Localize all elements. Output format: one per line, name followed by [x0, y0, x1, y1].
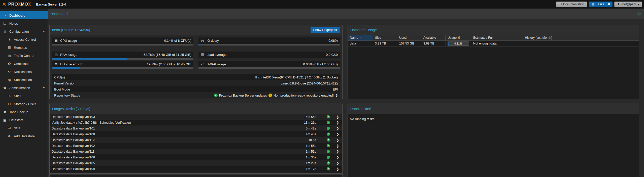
ram-usage-value: 52.76% (16.48 GiB of 31.25 GiB) [144, 53, 191, 57]
datastore-table-header: Name ↑ Size Used Available Usage % Estim… [348, 35, 639, 41]
check-circle-icon: ✓ [327, 156, 330, 159]
sidebar-item-access-control[interactable]: ⚷ Access Control [0, 35, 48, 43]
datastore-size-cell: 3.83 TB [373, 41, 397, 46]
task-row[interactable]: Datastore data Backup vm/105 1m 29s ✓ ❯ [50, 160, 342, 166]
book-icon: ❒ [559, 3, 562, 6]
sidebar-item-storage-disks[interactable]: ⊟ Storage / Disks [0, 100, 48, 108]
chevron-right-icon[interactable]: ❯ [336, 127, 339, 130]
boot-mode-value: EFI [333, 87, 338, 91]
caret-down-icon[interactable]: ▾ [43, 86, 45, 90]
task-row[interactable]: Datastore data Backup vm/102 1m 55s ✓ ❯ [50, 143, 342, 149]
archive-icon: ▣ [3, 118, 7, 122]
task-row[interactable]: Datastore data Backup vm/101 5m 42s ✓ ❯ [50, 125, 342, 131]
column-header-size[interactable]: Size [373, 35, 397, 40]
column-header-usage[interactable]: Usage % [446, 35, 471, 40]
top-bar: ✕ PROXMOX Backup Server 3.2-4 ❒ Document… [0, 0, 644, 9]
task-row[interactable]: Datastore data Backup vm/112 2m 6s ✓ ❯ [50, 137, 342, 143]
sidebar-item-traffic-control[interactable]: ▥ Traffic Control [0, 52, 48, 60]
check-circle-icon: ✓ [327, 150, 330, 153]
repository-ok-text: Proxmox Backup Server updates [219, 94, 267, 97]
datastore-available-cell: 3.68 TB [421, 41, 446, 46]
running-tasks-title: Running Tasks [350, 107, 374, 111]
sidebar-item-administration[interactable]: ⚒ Administration ▾ [0, 84, 48, 92]
check-circle-icon: ✓ [327, 138, 330, 142]
chevron-right-icon[interactable]: ❯ [336, 150, 339, 153]
sidebar-item-configuration[interactable]: ⚙ Configuration ▾ [0, 27, 48, 35]
user-menu-button[interactable]: ♟ root@pam ▾ [614, 2, 642, 7]
io-delay-value: 0.08% [328, 39, 338, 42]
cpu-info-value: 8 x Intel(R) Xeon(R) CPU D-1521 @ 2.40GH… [255, 75, 338, 79]
tasks-button[interactable]: ▤ Tasks 0 [589, 2, 613, 7]
sidebar-item-notes[interactable]: ❏ Notes [0, 19, 48, 27]
datastore-name-cell: data [348, 41, 373, 46]
dashboard-settings-gear-icon[interactable]: ⚙ [637, 11, 641, 17]
running-tasks-panel: Running Tasks No running tasks [348, 104, 639, 177]
hd-space-stat: ⊟ HD space(root) 19.73% (2.06 GB of 10.4… [52, 61, 193, 69]
horizontal-scrollbar[interactable] [50, 173, 342, 174]
cpu-usage-value: 0.14% of 8 CPU(s) [164, 39, 191, 42]
bar-chart-icon: ▥ [7, 54, 12, 58]
swap-usage-value: 0.00% (0 B of 2.00 GiB) [303, 62, 338, 66]
column-header-history[interactable]: History (last Month) [523, 35, 639, 40]
task-row[interactable]: Datastore data Backup vm/103 14m 54s ✓ ❯ [50, 114, 342, 120]
sidebar-item-dashboard[interactable]: ◔ Dashboard [0, 11, 48, 19]
chevron-right-icon[interactable]: ❯ [336, 115, 339, 119]
proxmox-wordmark: PROXMOX [8, 2, 31, 7]
sidebar-item-datastore-data[interactable]: ⛁ data [0, 124, 48, 132]
repository-status-row: Repository Status ✓ Proxmox Backup Serve… [52, 92, 340, 98]
task-row[interactable]: Verify Job data:v-c4c7a4b7-98f8 - Schedu… [50, 120, 342, 125]
sidebar-item-shell[interactable]: >_ Shell [0, 92, 48, 100]
sidebar-item-add-datastore[interactable]: ⊕ Add Datastore [0, 132, 48, 140]
repository-warn-text: Non production-ready repository enabled! [274, 94, 334, 97]
sidebar-nav: ◔ Dashboard ❏ Notes ⚙ Configuration ▾ ⚷ … [0, 9, 48, 177]
ram-usage-bar [52, 58, 193, 60]
column-header-used[interactable]: Used [397, 35, 421, 40]
user-icon: ♟ [617, 3, 620, 6]
hd-space-bar [52, 67, 193, 69]
breadcrumb[interactable]: Dashboard [50, 12, 68, 16]
note-icon: ❏ [3, 22, 7, 25]
chevron-right-icon[interactable]: ❯ [336, 156, 339, 159]
datastore-table-row[interactable]: data 3.83 TB 157.53 GB 3.68 TB 4.11% Not… [348, 41, 639, 47]
check-circle-icon: ✓ [327, 115, 330, 118]
task-row[interactable]: Datastore data Backup vm/111 1m 51s ✓ ❯ [50, 149, 342, 154]
chevron-right-icon[interactable]: ❯ [336, 121, 339, 124]
chevron-right-icon[interactable]: ❯ [336, 132, 339, 136]
cpu-usage-stat: ▦ CPU usage 0.14% of 8 CPU(s) [52, 37, 193, 46]
check-circle-icon: ✓ [327, 127, 330, 130]
column-header-name[interactable]: Name ↑ [348, 35, 373, 40]
longest-tasks-list: Datastore data Backup vm/103 14m 54s ✓ ❯… [50, 114, 342, 177]
chevron-right-icon[interactable]: ❯ [336, 138, 339, 142]
host-status-panel: neon (Uptime: 02:43:36) Show Fingerprint… [49, 25, 343, 99]
host-panel-title: neon (Uptime: 02:43:36) [52, 28, 90, 32]
caret-down-icon[interactable]: ▾ [43, 30, 45, 33]
task-list-icon: ▤ [592, 3, 594, 6]
chevron-right-icon[interactable]: ❯ [336, 167, 339, 171]
task-row[interactable]: Datastore data Backup vm/108 4m 40s ✓ ❯ [50, 131, 342, 137]
documentation-button[interactable]: ❒ Documentation [556, 2, 587, 7]
column-header-estimated-full[interactable]: Estimated Full [471, 35, 523, 40]
chevron-right-icon[interactable]: ❯ [335, 94, 338, 97]
breadcrumb-bar: Dashboard ⚙ [48, 9, 644, 19]
sidebar-item-remotes[interactable]: ☰ Remotes [0, 43, 48, 52]
sidebar-item-tape-backup[interactable]: ◙ Tape Backup [0, 108, 48, 116]
datastore-used-cell: 157.53 GB [397, 41, 421, 46]
sidebar-item-notifications[interactable]: Ω Notifications [0, 68, 48, 76]
sort-up-icon: ↑ [359, 36, 361, 39]
sidebar-item-datastore[interactable]: ▣ Datastore [0, 116, 48, 124]
sidebar-item-certificates[interactable]: ❂ Certificates [0, 60, 48, 68]
show-fingerprint-button[interactable]: Show Fingerprint [311, 27, 340, 33]
task-row[interactable]: Datastore data Backup vm/106 1m 36s ✓ ❯ [50, 154, 342, 160]
task-row[interactable]: Datastore data Backup vm/109 1m 17s ✓ ❯ [50, 166, 342, 172]
tape-icon: ◙ [3, 110, 7, 114]
datastore-usage-panel: Datastore Usage Name ↑ Size Used Availab… [348, 25, 639, 99]
sidebar-item-subscription[interactable]: ◎ Subscription [0, 76, 48, 84]
list-icon: ☰ [7, 46, 12, 50]
kernel-version-row: Kernel Version Linux 6.8.8-1-pve (2024-0… [52, 80, 340, 86]
check-circle-icon: ✓ [214, 94, 218, 97]
chevron-right-icon[interactable]: ❯ [336, 161, 339, 165]
ram-icon: ▤ [54, 53, 58, 57]
chevron-right-icon[interactable]: ❯ [336, 144, 339, 148]
column-header-available[interactable]: Available [421, 35, 446, 40]
cpu-icon: ▦ [54, 39, 58, 42]
